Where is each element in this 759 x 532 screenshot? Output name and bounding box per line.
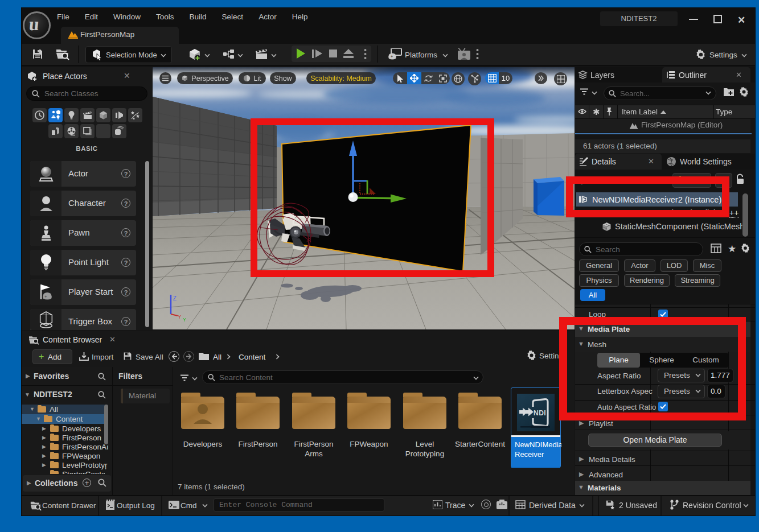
svg-text:+: +	[44, 294, 47, 299]
svg-text:Z: Z	[173, 295, 177, 302]
svg-text:+: +	[391, 55, 393, 59]
svg-text:Y: Y	[178, 314, 181, 320]
svg-text:NDI: NDI	[534, 409, 546, 417]
svg-text:Y: Y	[183, 317, 186, 323]
